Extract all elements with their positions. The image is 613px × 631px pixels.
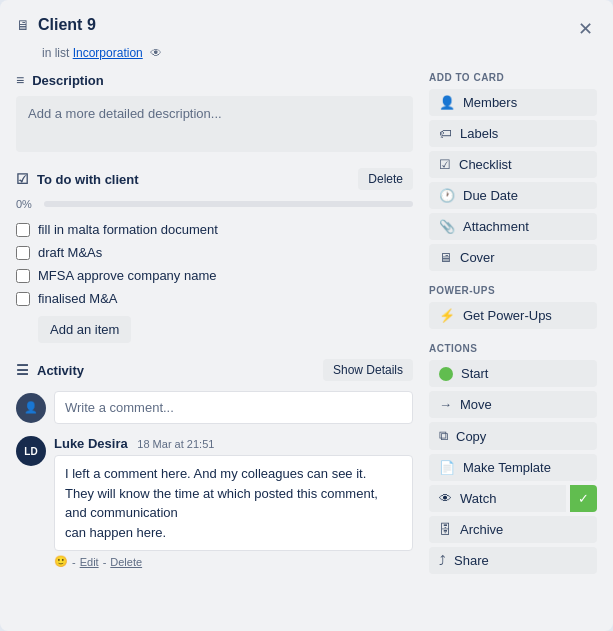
checklist-section: ☑ To do with client Delete 0% fill in ma… xyxy=(16,168,413,343)
checklist-button[interactable]: ☑ Checklist xyxy=(429,151,597,178)
show-details-button[interactable]: Show Details xyxy=(323,359,413,381)
comment-content: Luke Desira 18 Mar at 21:51 I left a com… xyxy=(54,436,413,568)
modal-subtitle: in list Incorporation 👁 xyxy=(42,46,597,60)
list-link[interactable]: Incorporation xyxy=(73,46,143,60)
sidebar: ADD TO CARD 👤 Members 🏷 Labels ☑ Checkli… xyxy=(429,72,597,615)
watch-row: 👁 Watch ✓ xyxy=(429,485,597,512)
checklist-item: fill in malta formation document xyxy=(16,218,413,241)
checklist-checkbox-2[interactable] xyxy=(16,246,30,260)
description-title: ≡ Description xyxy=(16,72,104,88)
progress-row: 0% xyxy=(16,198,413,210)
power-up-icon: ⚡ xyxy=(439,308,455,323)
make-template-button[interactable]: 📄 Make Template xyxy=(429,454,597,481)
main-column: ≡ Description Add a more detailed descri… xyxy=(16,72,413,615)
start-button[interactable]: Start xyxy=(429,360,597,387)
comment-avatar: LD xyxy=(16,436,46,466)
labels-button[interactable]: 🏷 Labels xyxy=(429,120,597,147)
members-icon: 👤 xyxy=(439,95,455,110)
checklist-item-text-4: finalised M&A xyxy=(38,291,117,306)
description-section: ≡ Description Add a more detailed descri… xyxy=(16,72,413,152)
move-button[interactable]: → Move xyxy=(429,391,597,418)
archive-button[interactable]: 🗄 Archive xyxy=(429,516,597,543)
activity-icon: ☰ xyxy=(16,362,29,378)
emoji-reaction-icon[interactable]: 🙂 xyxy=(54,555,68,568)
checklist-delete-button[interactable]: Delete xyxy=(358,168,413,190)
due-date-icon: 🕐 xyxy=(439,188,455,203)
members-button[interactable]: 👤 Members xyxy=(429,89,597,116)
watch-check-button[interactable]: ✓ xyxy=(570,485,597,512)
checklist-title: ☑ To do with client xyxy=(16,171,139,187)
add-item-button[interactable]: Add an item xyxy=(38,316,131,343)
checklist-item: MFSA approve company name xyxy=(16,264,413,287)
comment-meta: Luke Desira 18 Mar at 21:51 xyxy=(54,436,413,451)
attachment-button[interactable]: 📎 Attachment xyxy=(429,213,597,240)
modal-body: ≡ Description Add a more detailed descri… xyxy=(16,72,597,615)
comment-author: Luke Desira xyxy=(54,436,128,451)
start-icon xyxy=(439,367,453,381)
progress-bar xyxy=(44,201,413,207)
description-icon: ≡ xyxy=(16,72,24,88)
checklist-item-text-1: fill in malta formation document xyxy=(38,222,218,237)
description-input[interactable]: Add a more detailed description... xyxy=(16,96,413,152)
watch-icon-small: 👁 xyxy=(150,46,162,60)
progress-percent: 0% xyxy=(16,198,36,210)
cover-icon: 🖥 xyxy=(439,250,452,265)
labels-icon: 🏷 xyxy=(439,126,452,141)
current-user-avatar: 👤 xyxy=(16,393,46,423)
copy-icon: ⧉ xyxy=(439,428,448,444)
modal-header: 🖥 Client 9 ✕ xyxy=(16,16,597,42)
card-icon: 🖥 xyxy=(16,17,30,33)
comment-date: 18 Mar at 21:51 xyxy=(137,438,214,450)
checklist-checkbox-4[interactable] xyxy=(16,292,30,306)
get-power-ups-button[interactable]: ⚡ Get Power-Ups xyxy=(429,302,597,329)
actions-label: ACTIONS xyxy=(429,343,597,354)
attachment-icon: 📎 xyxy=(439,219,455,234)
description-header: ≡ Description xyxy=(16,72,413,88)
due-date-button[interactable]: 🕐 Due Date xyxy=(429,182,597,209)
checklist-item: finalised M&A xyxy=(16,287,413,310)
checklist-item: draft M&As xyxy=(16,241,413,264)
checklist-items: fill in malta formation document draft M… xyxy=(16,218,413,310)
power-ups-group: POWER-UPS ⚡ Get Power-Ups xyxy=(429,285,597,329)
watch-button[interactable]: 👁 Watch xyxy=(429,485,566,512)
checklist-add-icon: ☑ xyxy=(439,157,451,172)
move-icon: → xyxy=(439,397,452,412)
comment-input-field[interactable]: Write a comment... xyxy=(54,391,413,424)
card-modal: 🖥 Client 9 ✕ in list Incorporation 👁 ≡ D… xyxy=(0,0,613,631)
activity-title: ☰ Activity xyxy=(16,362,84,378)
archive-icon: 🗄 xyxy=(439,522,452,537)
edit-comment-link[interactable]: Edit xyxy=(80,556,99,568)
title-area: 🖥 Client 9 xyxy=(16,16,574,34)
checklist-item-text-2: draft M&As xyxy=(38,245,102,260)
watch-icon: 👁 xyxy=(439,491,452,506)
comment-actions: 🙂 - Edit - Delete xyxy=(54,555,413,568)
actions-group: ACTIONS Start → Move ⧉ Copy 📄 Make Templ… xyxy=(429,343,597,574)
comment-text: I left a comment here. And my colleagues… xyxy=(54,455,413,551)
power-ups-label: POWER-UPS xyxy=(429,285,597,296)
checklist-checkbox-3[interactable] xyxy=(16,269,30,283)
cover-button[interactable]: 🖥 Cover xyxy=(429,244,597,271)
comment-entry: LD Luke Desira 18 Mar at 21:51 I left a … xyxy=(16,436,413,568)
checklist-icon: ☑ xyxy=(16,171,29,187)
checklist-checkbox-1[interactable] xyxy=(16,223,30,237)
add-to-card-group: ADD TO CARD 👤 Members 🏷 Labels ☑ Checkli… xyxy=(429,72,597,271)
copy-button[interactable]: ⧉ Copy xyxy=(429,422,597,450)
checklist-header: ☑ To do with client Delete xyxy=(16,168,413,190)
share-button[interactable]: ⤴ Share xyxy=(429,547,597,574)
share-icon: ⤴ xyxy=(439,553,446,568)
comment-input-row: 👤 Write a comment... xyxy=(16,391,413,424)
activity-section: ☰ Activity Show Details 👤 Write a commen… xyxy=(16,359,413,568)
close-button[interactable]: ✕ xyxy=(574,16,597,42)
modal-title: Client 9 xyxy=(38,16,96,34)
template-icon: 📄 xyxy=(439,460,455,475)
checklist-item-text-3: MFSA approve company name xyxy=(38,268,216,283)
activity-header: ☰ Activity Show Details xyxy=(16,359,413,381)
add-to-card-label: ADD TO CARD xyxy=(429,72,597,83)
delete-comment-link[interactable]: Delete xyxy=(110,556,142,568)
